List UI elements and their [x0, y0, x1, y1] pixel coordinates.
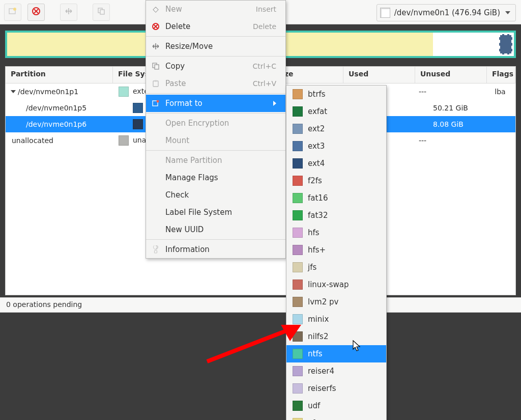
device-label: /dev/nvme0n1 (476.94 GiB)	[394, 8, 500, 17]
col-partition[interactable]: Partition	[6, 67, 113, 83]
fs-color-swatch	[293, 366, 303, 376]
menu-format-to[interactable]: Format to	[146, 95, 285, 112]
format-option-label: exfat	[308, 107, 327, 116]
fs-color-swatch	[293, 176, 303, 186]
col-flags[interactable]: Flags	[487, 67, 515, 83]
format-option-label: lvm2 pv	[308, 297, 338, 306]
fs-color-swatch	[133, 103, 143, 113]
fs-color-swatch	[293, 245, 303, 255]
paste-icon	[151, 79, 160, 88]
format-option-label: f2fs	[308, 176, 322, 185]
menu-label-filesystem[interactable]: Label File System	[146, 204, 285, 221]
menu-paste[interactable]: Paste Ctrl+V	[146, 75, 285, 92]
delete-icon	[151, 22, 160, 31]
new-icon: ◇	[151, 5, 160, 14]
status-bar: 0 operations pending	[0, 297, 521, 313]
menu-check[interactable]: Check	[146, 186, 285, 204]
partition-name: unallocated	[12, 136, 53, 145]
format-option-label: fat32	[308, 211, 328, 220]
menu-copy[interactable]: Copy Ctrl+C	[146, 58, 285, 75]
svg-rect-15	[155, 80, 157, 82]
svg-point-1	[13, 8, 16, 11]
format-option-ext2[interactable]: ext2	[286, 120, 386, 137]
col-unused[interactable]: Unused	[415, 67, 487, 83]
format-option-label: btrfs	[308, 90, 326, 99]
format-option-ntfs[interactable]: ntfs	[286, 345, 386, 362]
fs-color-swatch	[293, 124, 303, 134]
unused-value: ---	[414, 88, 485, 96]
format-option-xfs[interactable]: xfs	[286, 414, 386, 420]
menu-manage-flags[interactable]: Manage Flags	[146, 169, 285, 186]
format-option-btrfs[interactable]: btrfs	[286, 86, 386, 103]
format-option-ext3[interactable]: ext3	[286, 137, 386, 155]
unused-value: ---	[414, 136, 485, 145]
chevron-down-icon	[505, 11, 510, 14]
fs-color-swatch	[293, 228, 303, 238]
chevron-right-icon	[273, 101, 276, 106]
disk-usage-selected-segment	[499, 34, 512, 54]
fs-color-swatch	[293, 383, 303, 394]
format-option-label: ext2	[308, 124, 325, 133]
svg-point-17	[157, 100, 159, 103]
device-dropdown[interactable]: /dev/nvme0n1 (476.94 GiB)	[377, 4, 516, 21]
fs-color-swatch	[293, 331, 303, 342]
context-menu: ◇ New Insert Delete Delete Resize/Move C…	[146, 0, 286, 259]
resize-icon	[151, 42, 160, 51]
toolbar-resize-button[interactable]	[60, 4, 77, 21]
fs-color-swatch	[293, 314, 303, 324]
partition-name: /dev/nvme0n1p5	[26, 104, 86, 112]
format-option-label: hfs+	[308, 245, 326, 255]
fs-color-swatch	[293, 418, 303, 420]
fs-color-swatch	[119, 87, 129, 97]
menu-open-encryption[interactable]: Open Encryption	[146, 115, 285, 132]
format-option-jfs[interactable]: jfs	[286, 259, 386, 276]
format-option-udf[interactable]: udf	[286, 397, 386, 414]
fs-color-swatch	[293, 193, 303, 203]
format-option-ext4[interactable]: ext4	[286, 155, 386, 172]
format-option-exfat[interactable]: exfat	[286, 103, 386, 120]
fs-color-swatch	[293, 158, 303, 169]
fs-color-swatch	[293, 262, 303, 272]
col-used[interactable]: Used	[343, 67, 415, 83]
format-option-linux-swap[interactable]: linux-swap	[286, 276, 386, 293]
svg-rect-19	[155, 250, 157, 253]
partition-name: /dev/nvme0n1p6	[26, 120, 86, 128]
format-option-hfs+[interactable]: hfs+	[286, 241, 386, 259]
menu-new-uuid[interactable]: New UUID	[146, 221, 285, 238]
format-option-fat32[interactable]: fat32	[286, 207, 386, 224]
menu-resize[interactable]: Resize/Move	[146, 38, 285, 55]
unused-value: 8.08 GiB	[428, 120, 499, 128]
menu-new[interactable]: ◇ New Insert	[146, 1, 285, 18]
toolbar-copy-button[interactable]	[93, 4, 110, 21]
info-icon	[151, 245, 160, 254]
format-option-fat16[interactable]: fat16	[286, 189, 386, 207]
format-option-hfs[interactable]: hfs	[286, 224, 386, 241]
fs-color-swatch	[293, 349, 303, 359]
format-option-label: minix	[308, 315, 329, 324]
menu-information[interactable]: Information	[146, 241, 285, 258]
menu-mount[interactable]: Mount	[146, 132, 285, 149]
menu-delete[interactable]: Delete Delete	[146, 18, 285, 35]
format-icon	[151, 99, 160, 108]
toolbar-new-button[interactable]	[4, 4, 21, 21]
fs-color-swatch	[293, 141, 303, 151]
format-option-label: reiserfs	[308, 384, 336, 393]
format-option-lvm2-pv[interactable]: lvm2 pv	[286, 293, 386, 311]
format-option-minix[interactable]: minix	[286, 311, 386, 328]
disk-icon	[380, 8, 390, 18]
menu-name-partition[interactable]: Name Partition	[146, 152, 285, 169]
resize-icon	[64, 7, 73, 17]
format-option-label: udf	[308, 401, 320, 410]
fs-color-swatch	[293, 279, 303, 290]
fs-color-swatch	[293, 297, 303, 307]
format-option-label: reiser4	[308, 367, 334, 376]
svg-rect-14	[153, 81, 158, 87]
format-option-reiser4[interactable]: reiser4	[286, 362, 386, 380]
flags-value: lba	[485, 88, 515, 96]
toolbar-delete-button[interactable]	[27, 4, 45, 21]
fs-color-swatch	[133, 119, 143, 129]
unused-value: 50.21 GiB	[428, 104, 499, 112]
format-option-f2fs[interactable]: f2fs	[286, 172, 386, 189]
format-option-reiserfs[interactable]: reiserfs	[286, 380, 386, 397]
format-option-nilfs2[interactable]: nilfs2	[286, 328, 386, 345]
